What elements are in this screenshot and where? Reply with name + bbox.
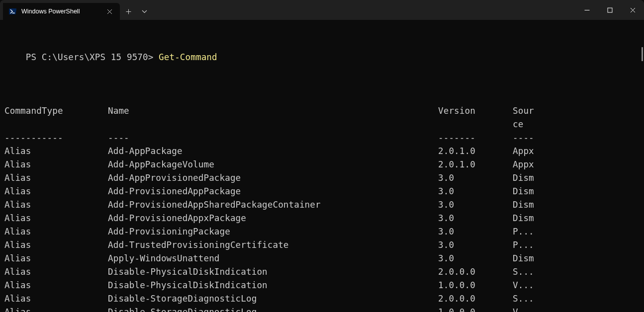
- cell-type: Alias: [4, 225, 108, 238]
- cell-name: Apply-WindowsUnattend: [108, 252, 438, 265]
- header-version: Version: [438, 104, 513, 118]
- cell-source: Dism: [513, 252, 540, 265]
- cell-version: 1.0.0.0: [438, 306, 513, 312]
- cell-source: S...: [513, 265, 540, 279]
- cell-type: Alias: [4, 158, 108, 171]
- cell-version: 2.0.1.0: [438, 158, 513, 171]
- cell-version: 3.0: [438, 252, 513, 265]
- cell-version: 3.0: [438, 225, 513, 238]
- cell-name: Disable-StorageDiagnosticLog: [108, 306, 438, 312]
- prompt-path: PS C:\Users\XPS 15 9570>: [26, 52, 159, 62]
- table-underline-row: ----------- ---- ------- ----: [4, 131, 540, 145]
- table-row: AliasApply-WindowsUnattend3.0Dism: [4, 252, 540, 265]
- cell-type: Alias: [4, 171, 108, 185]
- cell-name: Add-ProvisioningPackage: [108, 225, 438, 238]
- cell-source: Appx: [513, 145, 540, 158]
- cell-name: Add-ProvisionedAppxPackage: [108, 212, 438, 225]
- header-name: Name: [108, 104, 438, 118]
- cell-name: Add-TrustedProvisioningCertificate: [108, 238, 438, 252]
- table-row: AliasAdd-ProvisionedAppxPackage3.0Dism: [4, 212, 540, 225]
- table-row: AliasAdd-ProvisioningPackage3.0P...: [4, 225, 540, 238]
- cell-name: Add-ProvisionedAppPackage: [108, 185, 438, 198]
- prompt-command: Get-Command: [159, 52, 217, 62]
- cell-type: Alias: [4, 198, 108, 212]
- table-row: AliasDisable-PhysicalDiskIndication2.0.0…: [4, 265, 540, 279]
- cell-name: Disable-StorageDiagnosticLog: [108, 292, 438, 306]
- cell-type: Alias: [4, 306, 108, 312]
- table-row: AliasAdd-TrustedProvisioningCertificate3…: [4, 238, 540, 252]
- command-output-table: CommandType Name Version Sour ce -------…: [4, 104, 540, 312]
- minimize-button[interactable]: [575, 0, 598, 20]
- table-row: AliasAdd-ProvisionedAppSharedPackageCont…: [4, 198, 540, 212]
- maximize-button[interactable]: [598, 0, 621, 20]
- cell-version: 1.0.0.0: [438, 279, 513, 292]
- cell-source: P...: [513, 225, 540, 238]
- cell-version: 2.0.0.0: [438, 265, 513, 279]
- cell-source: Dism: [513, 171, 540, 185]
- table-header-row: CommandType Name Version Sour: [4, 104, 540, 118]
- cell-version: 3.0: [438, 238, 513, 252]
- svg-rect-3: [608, 8, 612, 12]
- table-row: AliasDisable-PhysicalDiskIndication1.0.0…: [4, 279, 540, 292]
- cell-version: 3.0: [438, 185, 513, 198]
- cell-name: Add-ProvisionedAppSharedPackageContainer: [108, 198, 438, 212]
- cell-source: S...: [513, 292, 540, 306]
- tab-title: Windows PowerShell: [21, 8, 100, 15]
- table-row: AliasAdd-AppProvisionedPackage3.0Dism: [4, 171, 540, 185]
- table-row: AliasDisable-StorageDiagnosticLog1.0.0.0…: [4, 306, 540, 312]
- cell-type: Alias: [4, 185, 108, 198]
- table-header-row-2: ce: [4, 118, 540, 131]
- table-body: AliasAdd-AppPackage2.0.1.0AppxAliasAdd-A…: [4, 145, 540, 312]
- header-source-l2: ce: [513, 118, 540, 131]
- titlebar-drag-area[interactable]: [152, 0, 575, 20]
- new-tab-button[interactable]: [120, 3, 137, 20]
- cell-source: Dism: [513, 185, 540, 198]
- cell-type: Alias: [4, 292, 108, 306]
- cell-version: 2.0.1.0: [438, 145, 513, 158]
- cell-version: 2.0.0.0: [438, 292, 513, 306]
- cell-source: Dism: [513, 198, 540, 212]
- header-source-l1: Sour: [513, 104, 540, 118]
- tab-powershell[interactable]: Windows PowerShell: [3, 3, 120, 20]
- cell-type: Alias: [4, 238, 108, 252]
- table-row: AliasDisable-StorageDiagnosticLog2.0.0.0…: [4, 292, 540, 306]
- cell-version: 3.0: [438, 171, 513, 185]
- cell-source: Appx: [513, 158, 540, 171]
- cell-source: V...: [513, 306, 540, 312]
- cell-version: 3.0: [438, 212, 513, 225]
- tab-close-button[interactable]: [105, 7, 114, 16]
- cell-name: Disable-PhysicalDiskIndication: [108, 265, 438, 279]
- cell-source: V...: [513, 279, 540, 292]
- table-row: AliasAdd-ProvisionedAppPackage3.0Dism: [4, 185, 540, 198]
- cell-name: Add-AppProvisionedPackage: [108, 171, 438, 185]
- terminal-window: Windows PowerShell PS C:\Users\XPS 15: [0, 0, 644, 312]
- cell-name: Disable-PhysicalDiskIndication: [108, 279, 438, 292]
- close-button[interactable]: [621, 0, 644, 20]
- scrollbar-thumb[interactable]: [642, 47, 643, 61]
- cell-type: Alias: [4, 212, 108, 225]
- cell-source: P...: [513, 238, 540, 252]
- window-controls: [575, 0, 644, 20]
- table-row: AliasAdd-AppPackage2.0.1.0Appx: [4, 145, 540, 158]
- tab-dropdown-button[interactable]: [137, 3, 152, 20]
- cell-source: Dism: [513, 212, 540, 225]
- cell-version: 3.0: [438, 198, 513, 212]
- cell-type: Alias: [4, 252, 108, 265]
- cell-type: Alias: [4, 265, 108, 279]
- cell-type: Alias: [4, 145, 108, 158]
- cell-type: Alias: [4, 279, 108, 292]
- terminal-output[interactable]: PS C:\Users\XPS 15 9570> Get-Command Com…: [0, 20, 644, 312]
- titlebar: Windows PowerShell: [0, 0, 644, 20]
- header-commandtype: CommandType: [4, 104, 108, 118]
- cell-name: Add-AppPackage: [108, 145, 438, 158]
- powershell-icon: [9, 7, 17, 15]
- table-row: AliasAdd-AppPackageVolume2.0.1.0Appx: [4, 158, 540, 171]
- cell-name: Add-AppPackageVolume: [108, 158, 438, 171]
